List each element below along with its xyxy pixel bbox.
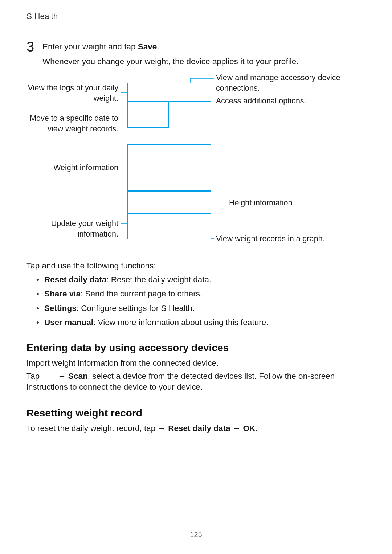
para-reset-suffix: . <box>255 424 257 433</box>
para-scan-prefix: Tap <box>26 372 42 381</box>
callout-update: Update your weight information. <box>27 218 118 239</box>
bullet-reset-daily-bold: Reset daily data <box>44 275 106 284</box>
bullet-reset-daily-rest: : Reset the daily weight data. <box>106 275 211 284</box>
heading-reset: Resetting weight record <box>26 406 142 420</box>
para-import: Import weight information from the conne… <box>26 358 366 369</box>
bullet-user-manual-rest: : View more information about using this… <box>93 318 268 327</box>
para-reset-arrow1: → <box>158 424 168 433</box>
weight-screen-diagram: View the logs of your daily weight. Move… <box>27 76 365 250</box>
bullet-settings-bold: Settings <box>44 304 77 313</box>
para-scan: Tap → Scan, select a device from the det… <box>26 371 339 393</box>
callout-height-info: Height information <box>229 198 360 208</box>
page-number: 125 <box>0 530 392 539</box>
step-number-3: 3 <box>26 38 34 56</box>
para-reset: To reset the daily weight record, tap → … <box>26 423 366 434</box>
para-reset-arrow2: → <box>230 424 243 433</box>
step-text: Enter your weight and tap Save. <box>42 41 159 52</box>
heading-accessory: Entering data by using accessory devices <box>26 341 229 355</box>
callout-graph: View weight records in a graph. <box>216 234 361 244</box>
bullet-reset-daily: Reset daily data: Reset the daily weight… <box>36 274 366 285</box>
para-reset-bold2: OK <box>243 424 256 433</box>
callout-weight-info: Weight information <box>27 163 118 173</box>
para-reset-prefix: To reset the daily weight record, tap <box>26 424 158 433</box>
bullet-share-via: Share via: Send the current page to othe… <box>36 288 366 299</box>
callout-options: Access additional options. <box>216 96 361 106</box>
step-text-bold: Save <box>138 42 157 51</box>
para-scan-arrow: → <box>58 372 68 381</box>
callout-date: Move to a specific date to view weight r… <box>27 113 118 134</box>
bullet-share-via-rest: : Send the current page to others. <box>81 289 202 298</box>
para-tap-menu: Tap and use the following functions: <box>26 260 366 271</box>
callout-logs: View the logs of your daily weight. <box>27 83 118 104</box>
manual-page: S Health 3 Enter your weight and tap Sav… <box>0 0 392 554</box>
para-reset-bold1: Reset daily data <box>168 424 230 433</box>
menu-bullet-list: Reset daily data: Reset the daily weight… <box>36 274 366 332</box>
step-text-suffix: . <box>157 42 159 51</box>
bullet-user-manual: User manual: View more information about… <box>36 317 366 328</box>
para-scan-bold: Scan <box>68 372 88 381</box>
callout-accessory: View and manage accessory device connect… <box>216 73 361 94</box>
bullet-share-via-bold: Share via <box>44 289 81 298</box>
step-subtext: Whenever you change your weight, the dev… <box>42 56 298 67</box>
bullet-settings: Settings: Configure settings for S Healt… <box>36 303 366 314</box>
bullet-user-manual-bold: User manual <box>44 318 93 327</box>
bullet-settings-rest: : Configure settings for S Health. <box>77 304 195 313</box>
running-header: S Health <box>26 11 58 22</box>
step-text-prefix: Enter your weight and tap <box>42 42 138 51</box>
